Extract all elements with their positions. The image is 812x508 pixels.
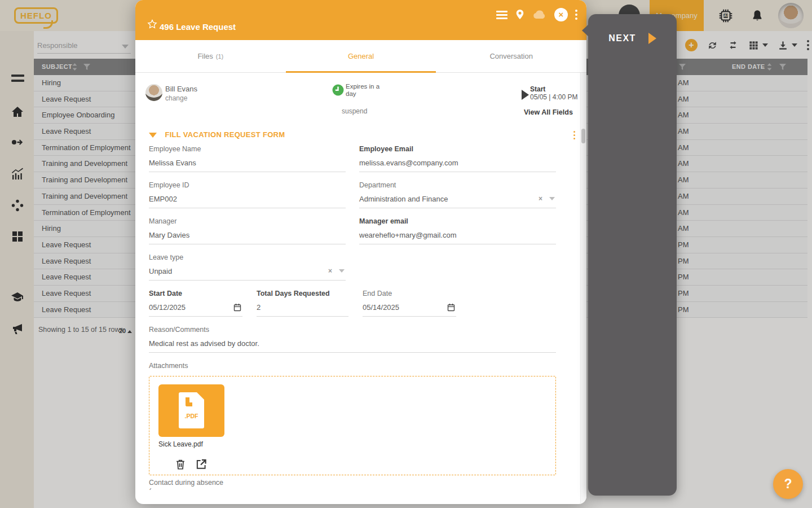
modal-header: 496 Leave Request × [135, 0, 586, 40]
manager-input[interactable]: Mary Davies [149, 231, 346, 244]
field-reason: Reason/Comments Medical rest as advised … [149, 326, 556, 353]
start-play-icon [522, 90, 529, 100]
pdf-document-icon: .PDF [179, 392, 204, 428]
start-datetime: 05/05 | 4:00 PM [530, 93, 578, 101]
field-employee-id: Employee ID EMP002 [149, 181, 346, 208]
field-label: Employee ID [149, 181, 346, 189]
field-department: Department Administration and Finance × [359, 181, 556, 208]
tab-general[interactable]: General [286, 40, 436, 72]
field-employee-email: Employee Email melissa.evans@company.com [359, 145, 556, 172]
field-label: Reason/Comments [149, 326, 556, 334]
field-employee-name: Employee Name Melissa Evans [149, 145, 346, 172]
contact-during-absence-label: Contact during absence [149, 479, 556, 487]
task-detail-modal: 496 Leave Request × Files (1) General [135, 0, 586, 504]
clear-selection-icon[interactable]: × [328, 267, 332, 275]
field-label: Employee Name [149, 145, 346, 153]
help-button[interactable]: ? [773, 469, 803, 499]
field-label: Manager email [359, 217, 556, 225]
vacation-request-form: Employee Name Melissa Evans Employee Ema… [149, 145, 556, 490]
assignee-avatar[interactable] [145, 84, 162, 101]
end-date-input[interactable]: 05/14/2025 [363, 303, 456, 317]
tab-label: Files [197, 52, 213, 60]
app-screen: HEFLO My company AI [0, 0, 812, 508]
next-button-label: NEXT [608, 33, 636, 43]
modal-scrollbar[interactable] [580, 73, 586, 504]
field-label: Start Date [149, 290, 242, 297]
employee-email-input[interactable]: melissa.evans@company.com [359, 159, 556, 172]
next-button[interactable]: NEXT [588, 33, 677, 44]
field-manager: Manager Mary Davies [149, 217, 346, 244]
chevron-down-icon[interactable] [549, 197, 555, 200]
modal-menu-icon[interactable] [496, 9, 508, 21]
empty-cell [359, 253, 556, 281]
department-value: Administration and Finance [359, 195, 448, 203]
cloud-sync-icon[interactable] [532, 10, 547, 20]
manager-email-input[interactable]: weareheflo+mary@gmail.com [359, 231, 556, 244]
expiry-text: Expires in a day [346, 83, 383, 98]
field-label: Leave type [149, 253, 346, 261]
attachment-filename[interactable]: Sick Leave.pdf [158, 440, 203, 448]
open-attachment-icon[interactable] [195, 458, 208, 471]
total-days-input[interactable]: 2 [257, 303, 348, 317]
field-label: Employee Email [359, 145, 556, 153]
leave-type-value: Unpaid [149, 267, 172, 275]
modal-tabs: Files (1) General Conversation [135, 40, 586, 73]
field-leave-type: Leave type Unpaid × [149, 253, 346, 281]
attachments-label: Attachments [149, 362, 556, 370]
field-label: Department [359, 181, 556, 189]
modal-title: 496 Leave Request [160, 22, 236, 32]
clear-selection-icon[interactable]: × [539, 195, 542, 203]
tour-next-panel: NEXT [588, 14, 677, 496]
scrollbar-thumb[interactable] [581, 129, 585, 143]
assignee-name: Bill Evans [165, 85, 197, 93]
employee-name-input[interactable]: Melissa Evans [149, 159, 346, 172]
delete-attachment-icon[interactable] [174, 458, 187, 471]
expiry-clock-icon [332, 84, 344, 96]
calendar-icon[interactable] [447, 303, 455, 312]
modal-more-options-icon[interactable] [575, 8, 577, 21]
field-start-date: Start Date 05/12/2025 [149, 290, 242, 317]
employee-id-input[interactable]: EMP002 [149, 195, 346, 208]
field-label: Total Days Requested [257, 290, 348, 297]
pdf-file-thumbnail[interactable]: .PDF [158, 384, 224, 437]
task-summary-row: Bill Evans change Expires in a day suspe… [135, 83, 586, 116]
suspend-link[interactable]: suspend [342, 107, 367, 115]
attachments-dropzone[interactable]: .PDF Sick Leave.pdf [149, 376, 556, 475]
end-date-value: 05/14/2025 [363, 303, 399, 312]
play-arrow-icon [648, 33, 656, 44]
start-date-input[interactable]: 05/12/2025 [149, 303, 242, 317]
change-assignee-link[interactable]: change [165, 94, 187, 102]
close-icon[interactable]: × [554, 8, 568, 21]
section-title: FILL VACATION REQUEST FORM [165, 130, 285, 139]
contact-during-absence-input[interactable]: ( [149, 487, 556, 490]
tab-count-badge: (1) [216, 53, 223, 60]
start-label: Start [530, 85, 545, 93]
tab-conversation[interactable]: Conversation [436, 40, 586, 72]
field-manager-email: Manager email weareheflo+mary@gmail.com [359, 217, 556, 244]
chevron-down-icon[interactable] [339, 269, 345, 273]
field-label: End Date [363, 290, 456, 297]
calendar-icon[interactable] [233, 303, 241, 312]
collapse-caret-icon [149, 133, 157, 138]
field-end-date: End Date 05/14/2025 [363, 290, 456, 317]
attachments-section: Attachments .PDF Sick Leave.pdf [149, 362, 556, 490]
tab-files[interactable]: Files (1) [135, 40, 286, 72]
reason-input[interactable]: Medical rest as advised by doctor. [149, 339, 556, 353]
department-select[interactable]: Administration and Finance × [359, 195, 556, 208]
view-all-fields-link[interactable]: View All Fields [524, 108, 573, 116]
attachment-actions [174, 458, 208, 471]
section-more-options-icon[interactable] [573, 129, 576, 141]
process-location-icon[interactable] [515, 9, 525, 20]
tab-label: General [348, 52, 374, 60]
tab-label: Conversation [489, 52, 533, 60]
start-date-value: 05/12/2025 [149, 303, 186, 312]
form-section-header[interactable]: FILL VACATION REQUEST FORM [149, 129, 563, 139]
leave-type-select[interactable]: Unpaid × [149, 267, 346, 281]
date-fields-row: Start Date 05/12/2025 Total Days Request… [149, 290, 556, 317]
pdf-extension-label: .PDF [179, 413, 204, 419]
field-total-days: Total Days Requested 2 [257, 290, 348, 317]
field-label: Manager [149, 217, 346, 225]
favorite-star-icon[interactable] [147, 19, 157, 29]
